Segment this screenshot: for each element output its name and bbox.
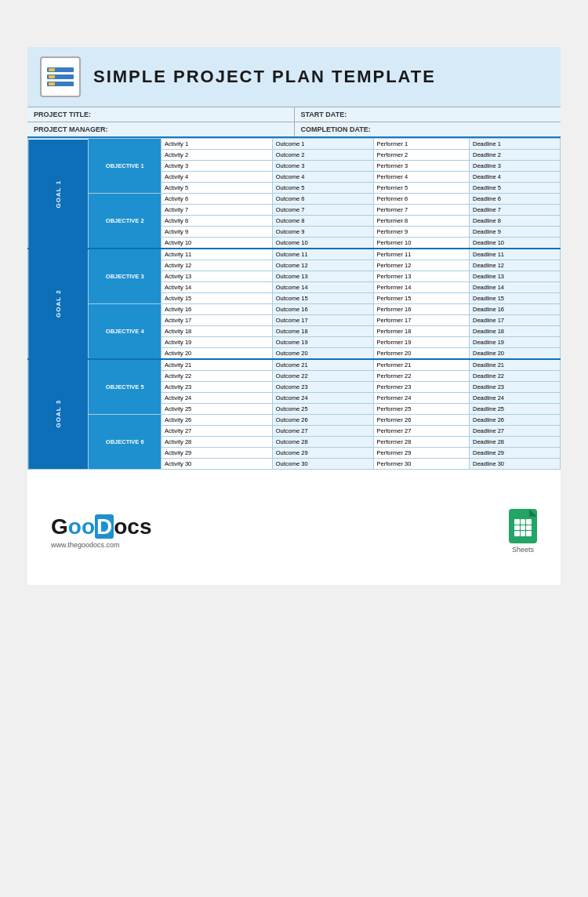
outcome-cell: Outcome 7	[272, 205, 373, 216]
outcome-cell: Outcome 18	[272, 326, 373, 337]
performer-cell: Performer 2	[373, 150, 469, 161]
outcome-cell: Outcome 6	[272, 194, 373, 205]
performer-cell: Performer 6	[373, 194, 469, 205]
deadline-cell: Deadline 10	[470, 238, 561, 249]
performer-cell: Performer 17	[373, 315, 469, 326]
deadline-cell: Deadline 13	[470, 271, 561, 282]
outcome-cell: Outcome 23	[272, 382, 373, 393]
outcome-cell: Outcome 17	[272, 315, 373, 326]
performer-cell: Performer 7	[373, 205, 469, 216]
plan-table: GOAL 1OBJECTIVE 1Activity 1Outcome 1Perf…	[27, 138, 561, 470]
outcome-cell: Outcome 8	[272, 216, 373, 227]
deadline-cell: Deadline 17	[470, 315, 561, 326]
performer-cell: Performer 29	[373, 448, 469, 459]
performer-cell: Performer 1	[373, 139, 469, 150]
outcome-cell: Outcome 20	[272, 348, 373, 360]
activity-cell: Activity 30	[162, 459, 273, 470]
deadline-cell: Deadline 6	[470, 194, 561, 205]
deadline-cell: Deadline 11	[470, 249, 561, 260]
activity-cell: Activity 2	[162, 150, 273, 161]
activity-cell: Activity 26	[162, 415, 273, 426]
performer-cell: Performer 27	[373, 426, 469, 437]
sheets-logo	[509, 509, 537, 543]
outcome-cell: Outcome 5	[272, 183, 373, 194]
performer-cell: Performer 25	[373, 404, 469, 415]
outcome-cell: Outcome 16	[272, 304, 373, 315]
outcome-cell: Outcome 28	[272, 437, 373, 448]
performer-cell: Performer 18	[373, 326, 469, 337]
deadline-cell: Deadline 4	[470, 172, 561, 183]
activity-cell: Activity 25	[162, 404, 273, 415]
outcome-cell: Outcome 2	[272, 150, 373, 161]
activity-cell: Activity 29	[162, 448, 273, 459]
deadline-cell: Deadline 14	[470, 282, 561, 293]
activity-cell: Activity 20	[162, 348, 273, 360]
outcome-cell: Outcome 11	[272, 249, 373, 260]
deadline-cell: Deadline 24	[470, 393, 561, 404]
page-title: SIMPLE PROJECT PLAN TEMPLATE	[93, 67, 436, 87]
completion-date-label: COMPLETION DATE:	[295, 122, 561, 136]
performer-cell: Performer 10	[373, 238, 469, 249]
performer-cell: Performer 21	[373, 359, 469, 371]
activity-cell: Activity 22	[162, 371, 273, 382]
activity-cell: Activity 13	[162, 271, 273, 282]
performer-cell: Performer 24	[373, 393, 469, 404]
outcome-cell: Outcome 24	[272, 393, 373, 404]
outcome-cell: Outcome 12	[272, 260, 373, 271]
header: SIMPLE PROJECT PLAN TEMPLATE	[27, 47, 561, 107]
deadline-cell: Deadline 16	[470, 304, 561, 315]
activity-cell: Activity 3	[162, 161, 273, 172]
outcome-cell: Outcome 19	[272, 337, 373, 348]
outcome-cell: Outcome 15	[272, 293, 373, 304]
meta-row-2: PROJECT MANAGER: COMPLETION DATE:	[27, 122, 561, 138]
objective-cell: OBJECTIVE 5	[89, 359, 162, 415]
footer-logo-area: GooDocs www.thegoodocs.com	[51, 514, 151, 549]
outcome-cell: Outcome 26	[272, 415, 373, 426]
performer-cell: Performer 26	[373, 415, 469, 426]
performer-cell: Performer 5	[373, 183, 469, 194]
deadline-cell: Deadline 9	[470, 227, 561, 238]
activity-cell: Activity 24	[162, 393, 273, 404]
activity-cell: Activity 16	[162, 304, 273, 315]
outcome-cell: Outcome 10	[272, 238, 373, 249]
activity-cell: Activity 19	[162, 337, 273, 348]
deadline-cell: Deadline 7	[470, 205, 561, 216]
objective-cell: OBJECTIVE 1	[89, 139, 162, 194]
performer-cell: Performer 14	[373, 282, 469, 293]
activity-cell: Activity 27	[162, 426, 273, 437]
objective-cell: OBJECTIVE 2	[89, 194, 162, 249]
deadline-cell: Deadline 1	[470, 139, 561, 150]
page: SIMPLE PROJECT PLAN TEMPLATE PROJECT TIT…	[27, 47, 561, 585]
performer-cell: Performer 16	[373, 304, 469, 315]
performer-cell: Performer 8	[373, 216, 469, 227]
sheets-icon-area: Sheets	[509, 509, 537, 554]
performer-cell: Performer 20	[373, 348, 469, 360]
outcome-cell: Outcome 21	[272, 359, 373, 371]
deadline-cell: Deadline 18	[470, 326, 561, 337]
objective-cell: OBJECTIVE 6	[89, 415, 162, 470]
performer-cell: Performer 9	[373, 227, 469, 238]
performer-cell: Performer 15	[373, 293, 469, 304]
performer-cell: Performer 28	[373, 437, 469, 448]
activity-cell: Activity 9	[162, 227, 273, 238]
project-manager-label: PROJECT MANAGER:	[27, 122, 295, 136]
deadline-cell: Deadline 12	[470, 260, 561, 271]
deadline-cell: Deadline 27	[470, 426, 561, 437]
outcome-cell: Outcome 9	[272, 227, 373, 238]
outcome-cell: Outcome 30	[272, 459, 373, 470]
deadline-cell: Deadline 26	[470, 415, 561, 426]
deadline-cell: Deadline 19	[470, 337, 561, 348]
deadline-cell: Deadline 21	[470, 359, 561, 371]
activity-cell: Activity 14	[162, 282, 273, 293]
performer-cell: Performer 4	[373, 172, 469, 183]
performer-cell: Performer 12	[373, 260, 469, 271]
meta-row-1: PROJECT TITLE: START DATE:	[27, 107, 561, 122]
performer-cell: Performer 11	[373, 249, 469, 260]
deadline-cell: Deadline 29	[470, 448, 561, 459]
project-title-label: PROJECT TITLE:	[27, 107, 295, 122]
performer-cell: Performer 3	[373, 161, 469, 172]
outcome-cell: Outcome 22	[272, 371, 373, 382]
performer-cell: Performer 30	[373, 459, 469, 470]
activity-cell: Activity 12	[162, 260, 273, 271]
logo-url: www.thegoodocs.com	[51, 541, 151, 549]
